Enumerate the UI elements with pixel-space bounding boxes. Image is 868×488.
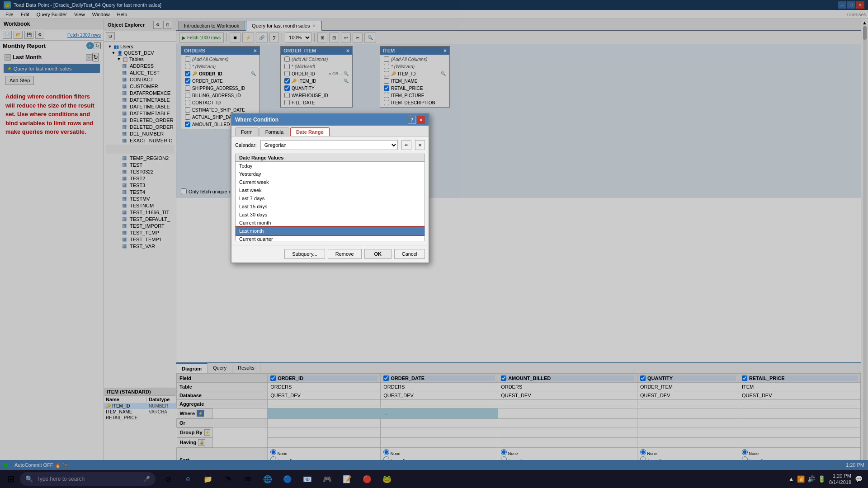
- dialog-title: Where Condition: [235, 117, 278, 123]
- date-range-last30days[interactable]: Last 30 days: [236, 211, 425, 219]
- dialog-tab-daterange[interactable]: Date Range: [290, 127, 330, 136]
- date-range-values-header: Date Range Values: [236, 154, 425, 162]
- date-range-current-quarter[interactable]: Current quarter: [236, 235, 425, 241]
- subquery-button[interactable]: Subquery...: [284, 249, 325, 259]
- calendar-clear-button[interactable]: ✕: [415, 140, 425, 150]
- dialog-tab-form[interactable]: Form: [235, 127, 259, 136]
- date-range-list: Today Yesterday Current week Last week L…: [236, 162, 425, 241]
- date-range-today[interactable]: Today: [236, 162, 425, 170]
- cancel-button[interactable]: Cancel: [394, 249, 425, 259]
- dialog-close-button[interactable]: ✕: [417, 116, 425, 124]
- dialog-footer: Subquery... Remove OK Cancel: [231, 245, 429, 263]
- dialog-titlebar: Where Condition ? ✕: [231, 114, 429, 126]
- dialog-help-button[interactable]: ?: [408, 116, 416, 124]
- dialog-overlay: [0, 0, 868, 488]
- date-range-last7days[interactable]: Last 7 days: [236, 194, 425, 202]
- date-range-current-month[interactable]: Current month: [236, 219, 425, 227]
- dialog-tabs: Form Formula Date Range: [231, 126, 429, 136]
- date-range-current-week[interactable]: Current week: [236, 178, 425, 186]
- calendar-select[interactable]: Gregorian: [260, 140, 398, 150]
- calendar-edit-button[interactable]: ✏: [401, 140, 411, 150]
- dialog-body: Calendar: Gregorian ✏ ✕ Date Range Value…: [231, 136, 429, 245]
- ok-button[interactable]: OK: [364, 249, 392, 259]
- date-range-last-week[interactable]: Last week: [236, 186, 425, 194]
- dialog-title-controls: ? ✕: [408, 116, 425, 124]
- date-range-last-month[interactable]: Last month: [236, 227, 425, 235]
- date-range-yesterday[interactable]: Yesterday: [236, 170, 425, 178]
- where-condition-dialog: Where Condition ? ✕ Form Formula Date Ra…: [231, 113, 429, 263]
- calendar-row: Calendar: Gregorian ✏ ✕: [235, 140, 425, 150]
- date-range-values-panel: Date Range Values Today Yesterday Curren…: [235, 154, 425, 241]
- calendar-label: Calendar:: [235, 142, 257, 148]
- date-range-last15days[interactable]: Last 15 days: [236, 202, 425, 211]
- remove-button[interactable]: Remove: [328, 249, 362, 259]
- dialog-tab-formula[interactable]: Formula: [259, 127, 289, 136]
